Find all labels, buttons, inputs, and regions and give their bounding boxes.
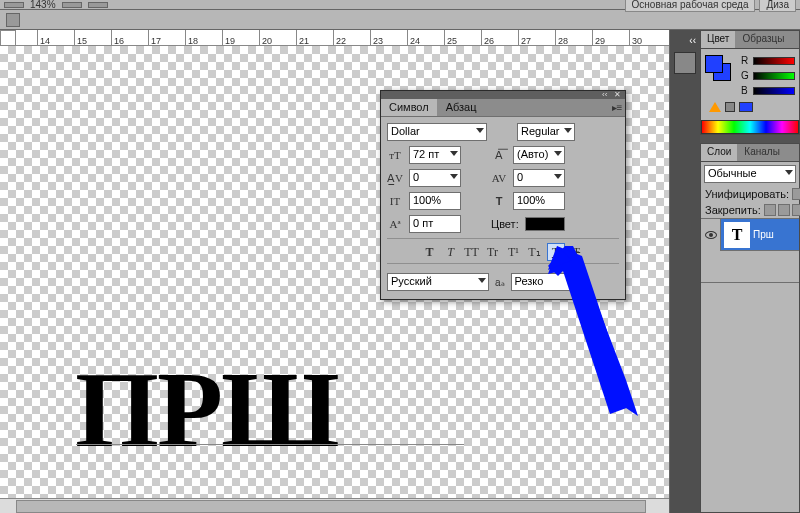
blend-mode-select[interactable]: Обычные [704, 165, 796, 183]
ruler-tick: 14 [37, 30, 74, 46]
ruler-tick: 15 [74, 30, 111, 46]
expand-icon[interactable]: ‹‹ [689, 35, 696, 46]
language-select[interactable]: Русский [387, 273, 489, 291]
antialias-select[interactable]: Резко [511, 273, 585, 291]
color-spectrum[interactable] [701, 120, 799, 134]
ruler-tick: 23 [370, 30, 407, 46]
underline-button[interactable]: T [547, 243, 565, 261]
tab-paragraph[interactable]: Абзац [438, 99, 486, 116]
tab-character[interactable]: Символ [381, 99, 438, 116]
close-icon[interactable]: ✕ [614, 92, 622, 98]
ruler-tick: 16 [111, 30, 148, 46]
kerning-field[interactable]: 0 [409, 169, 461, 187]
tracking-field[interactable]: 0 [513, 169, 565, 187]
faux-bold-button[interactable]: T [421, 243, 439, 261]
canvas-text-layer[interactable]: ПРШ [75, 356, 338, 464]
panel-menu-icon[interactable]: ▸≡ [609, 99, 625, 116]
lock-position-icon[interactable] [792, 204, 800, 216]
font-style-select[interactable]: Regular [517, 123, 575, 141]
layer-thumbnail[interactable]: T [724, 222, 750, 248]
font-family-select[interactable]: Dollar [387, 123, 487, 141]
collapse-icon[interactable]: ‹‹ [602, 92, 610, 98]
font-size-value: 72 пт [413, 148, 439, 160]
design-button[interactable]: Диза [759, 0, 796, 12]
font-family-value: Dollar [391, 125, 420, 137]
hscale-icon: T [491, 193, 507, 209]
strikethrough-button[interactable]: Ŧ [568, 243, 586, 261]
second-toolbar [0, 10, 800, 30]
kerning-icon: A̲V [387, 170, 403, 186]
layer-visibility-toggle[interactable] [701, 219, 721, 251]
collapsed-panel-dock: ‹‹ [670, 30, 700, 513]
leading-value: (Авто) [517, 148, 548, 160]
g-slider[interactable] [753, 72, 795, 80]
r-label: R [741, 55, 750, 66]
toolbar-icon[interactable] [88, 2, 108, 8]
ruler-tick: 17 [148, 30, 185, 46]
tab-layers[interactable]: Слои [701, 144, 738, 161]
websafe-icon[interactable] [725, 102, 735, 112]
tab-swatches[interactable]: Образцы [736, 31, 791, 48]
b-slider[interactable] [753, 87, 795, 95]
foreground-color-swatch[interactable] [705, 55, 723, 73]
ruler-tick: 19 [222, 30, 259, 46]
leading-icon: A͞ [491, 147, 507, 163]
tab-channels[interactable]: Каналы [738, 144, 787, 161]
hscale-field[interactable]: 100% [513, 192, 565, 210]
color-label: Цвет: [491, 218, 519, 230]
nearest-color-swatch[interactable] [739, 102, 753, 112]
workspace-button[interactable]: Основная рабочая среда [625, 0, 756, 12]
scrollbar-horizontal[interactable] [0, 498, 669, 513]
tool-preset-icon[interactable] [4, 2, 24, 8]
ruler-tick: 26 [481, 30, 518, 46]
layer-row[interactable]: T Прш [701, 219, 799, 251]
subscript-button[interactable]: T₁ [526, 243, 544, 261]
antialias-icon: aₐ [495, 277, 505, 288]
kerning-value: 0 [413, 171, 419, 183]
superscript-button[interactable]: T¹ [505, 243, 523, 261]
ruler-horizontal: 1415161718192021222324252627282930 [0, 30, 669, 46]
all-caps-button[interactable]: TT [463, 243, 481, 261]
scrollbar-thumb[interactable] [16, 500, 646, 513]
tab-color[interactable]: Цвет [701, 31, 736, 48]
lock-pixels-icon[interactable] [778, 204, 790, 216]
collapsed-panel-icon[interactable] [674, 52, 696, 74]
font-size-icon: тT [387, 147, 403, 163]
vscale-field[interactable]: 100% [409, 192, 461, 210]
panel-dock: Цвет Образцы R G B [700, 30, 800, 513]
ruler-tick: 18 [185, 30, 222, 46]
vscale-value: 100% [413, 194, 441, 206]
color-panel: Цвет Образцы R G B [700, 30, 800, 135]
gamut-warning-icon[interactable] [709, 102, 721, 112]
lock-transparency-icon[interactable] [764, 204, 776, 216]
vscale-icon: IT [387, 193, 403, 209]
tracking-icon: AV [491, 170, 507, 186]
baseline-icon: Aª [387, 216, 403, 232]
font-style-value: Regular [521, 125, 560, 137]
r-slider[interactable] [753, 57, 795, 65]
panel-titlebar[interactable]: ‹‹ ✕ [381, 91, 625, 99]
ruler-tick: 21 [296, 30, 333, 46]
ruler-tick: 22 [333, 30, 370, 46]
ruler-tick: 28 [555, 30, 592, 46]
toolbar-icon[interactable] [62, 2, 82, 8]
g-label: G [741, 70, 750, 81]
baseline-field[interactable]: 0 пт [409, 215, 461, 233]
toolbar-icon[interactable] [6, 13, 20, 27]
leading-field[interactable]: (Авто) [513, 146, 565, 164]
options-bar: 143% 143% Основная рабочая среда Диза [0, 0, 800, 10]
zoom-value[interactable]: 143% [30, 0, 56, 10]
faux-italic-button[interactable]: T [442, 243, 460, 261]
ruler-tick: 20 [259, 30, 296, 46]
unify-icon[interactable] [792, 188, 800, 200]
b-label: B [741, 85, 750, 96]
ruler-origin[interactable] [0, 30, 16, 46]
text-color-swatch[interactable] [525, 217, 565, 231]
unify-label: Унифицировать: [705, 188, 789, 200]
layers-panel: Слои Каналы Обычные Унифицировать: Закре… [700, 143, 800, 513]
font-size-field[interactable]: 72 пт [409, 146, 461, 164]
lock-label: Закрепить: [705, 204, 761, 216]
small-caps-button[interactable]: Tr [484, 243, 502, 261]
hscale-value: 100% [517, 194, 545, 206]
layer-name[interactable]: Прш [753, 229, 799, 240]
